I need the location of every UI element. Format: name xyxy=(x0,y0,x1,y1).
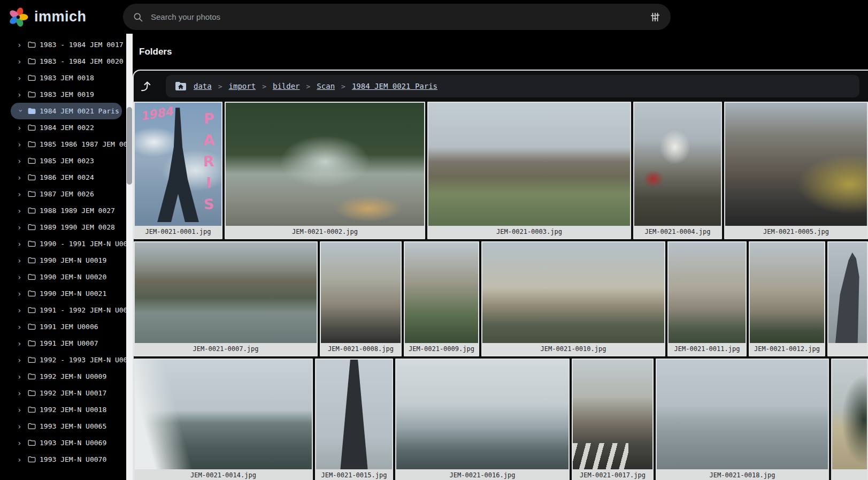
photo-thumbnail xyxy=(316,360,392,469)
photo-tile-jem-0021-0003[interactable]: JEM-0021-0003.jpg xyxy=(427,102,631,239)
tree-expand-chevron-icon[interactable]: › xyxy=(17,307,24,314)
photo-tile-jem-0021-0015[interactable]: JEM-0021-0015.jpg xyxy=(315,359,393,480)
sidebar-item-1990-1991-jem-n-u00[interactable]: › 1990 - 1991 JEM-N U00 xyxy=(0,235,126,252)
tree-expand-chevron-icon[interactable]: › xyxy=(17,340,24,347)
tree-expand-chevron-icon[interactable]: › xyxy=(17,207,24,215)
tree-expand-chevron-icon[interactable]: › xyxy=(17,108,25,115)
search-bar[interactable] xyxy=(123,4,671,30)
breadcrumb-segment-1984-jem-0021-paris[interactable]: 1984 JEM 0021 Paris xyxy=(352,82,437,90)
breadcrumb-separator: > xyxy=(341,82,345,90)
sidebar-item-1983-1984-jem-0020[interactable]: › 1983 - 1984 JEM 0020 xyxy=(0,53,126,70)
immich-logo[interactable]: immich xyxy=(0,6,119,28)
sidebar-item-1983-jem-0019[interactable]: › 1983 JEM 0019 xyxy=(0,86,126,103)
photo-tile-jem-0021-0001[interactable]: 1984PARIS JEM-0021-0001.jpg xyxy=(134,102,222,239)
tree-expand-chevron-icon[interactable]: › xyxy=(17,58,24,65)
sidebar-item-1991-jem-u0007[interactable]: › 1991 JEM U0007 xyxy=(0,335,126,352)
photo-tile-jem-0021-0017[interactable]: JEM-0021-0017.jpg xyxy=(572,359,654,480)
sidebar-item-1985-jem-0023[interactable]: › 1985 JEM 0023 xyxy=(0,153,126,169)
photo-tile-jem-0021-0008[interactable]: JEM-0021-0008.jpg xyxy=(320,241,402,356)
photo-tile-partial[interactable] xyxy=(827,241,868,356)
tree-expand-chevron-icon[interactable]: › xyxy=(17,74,24,82)
immich-app: immich › 1983 - 1984 JEM 0017 xyxy=(0,0,868,480)
sidebar-item-1991-jem-u0006[interactable]: › 1991 JEM U0006 xyxy=(0,318,126,335)
sidebar-scrollbar[interactable] xyxy=(126,34,133,480)
breadcrumb-segment-bilder[interactable]: bilder xyxy=(273,82,300,90)
tree-expand-chevron-icon[interactable]: › xyxy=(17,240,24,248)
sidebar-item-1993-jem-n-u0070[interactable]: › 1993 JEM-N U0070 xyxy=(0,451,126,468)
photo-tile-jem-0021-0011[interactable]: JEM-0021-0011.jpg xyxy=(667,241,747,356)
photo-tile-jem-0021-0012[interactable]: JEM-0021-0012.jpg xyxy=(749,241,825,356)
sidebar-item-1989-1990-jem-0028[interactable]: › 1989 1990 JEM 0028 xyxy=(0,219,126,235)
photo-tile-jem-0021-0005[interactable]: JEM-0021-0005.jpg xyxy=(724,102,868,239)
sidebar-item-1987-jem-0026[interactable]: › 1987 JEM 0026 xyxy=(0,186,126,202)
go-up-button[interactable] xyxy=(138,75,160,97)
tree-expand-chevron-icon[interactable]: › xyxy=(17,224,24,231)
photo-filename: JEM-0021-0003.jpg xyxy=(428,226,630,238)
photo-tile-jem-0021-0009[interactable]: JEM-0021-0009.jpg xyxy=(404,241,479,356)
breadcrumb-segment-scan[interactable]: Scan xyxy=(317,82,335,90)
brand-name: immich xyxy=(34,9,87,25)
tree-expand-chevron-icon[interactable]: › xyxy=(17,191,24,198)
sidebar-item-1983-jem-0018[interactable]: › 1983 JEM 0018 xyxy=(0,70,126,86)
folder-icon xyxy=(27,223,36,232)
sidebar-item-1990-jem-n-u0019[interactable]: › 1990 JEM-N U0019 xyxy=(0,252,126,269)
folder-label: 1993 JEM-N U0070 xyxy=(40,455,106,463)
sidebar-scrollbar-thumb[interactable] xyxy=(127,107,132,185)
sidebar-item-1988-1989-jem-0027[interactable]: › 1988 1989 JEM 0027 xyxy=(0,202,126,219)
photo-tile-jem-0021-0002[interactable]: JEM-0021-0002.jpg xyxy=(225,102,425,239)
sidebar-item-1992-jem-n-u0018[interactable]: › 1992 JEM-N U0018 xyxy=(0,401,126,418)
sidebar-item-1992-1993-jem-n-u00[interactable]: › 1992 - 1993 JEM-N U00 xyxy=(0,352,126,368)
tree-expand-chevron-icon[interactable]: › xyxy=(17,174,24,181)
photo-tile-jem-0021-0018[interactable]: JEM-0021-0018.jpg xyxy=(656,359,829,480)
sidebar-item-1993-jem-n-u0069[interactable]: › 1993 JEM-N U0069 xyxy=(0,435,126,451)
photo-tile-jem-0021-0016[interactable]: JEM-0021-0016.jpg xyxy=(395,359,570,480)
tree-expand-chevron-icon[interactable]: › xyxy=(17,157,24,165)
breadcrumb-segment-data[interactable]: data xyxy=(194,82,212,90)
tree-expand-chevron-icon[interactable]: › xyxy=(17,323,24,331)
tree-expand-chevron-icon[interactable]: › xyxy=(17,390,24,397)
sidebar-item-1991-1992-jem-n-u00[interactable]: › 1991 - 1992 JEM-N U00 xyxy=(0,302,126,318)
folder-label: 1992 JEM-N U0017 xyxy=(40,389,106,397)
search-filters-button[interactable] xyxy=(649,11,661,23)
tree-expand-chevron-icon[interactable]: › xyxy=(17,456,24,463)
folder-label: 1983 - 1984 JEM 0020 xyxy=(40,57,124,65)
photo-tile-jem-0021-0014[interactable]: JEM-0021-0014.jpg xyxy=(134,359,313,480)
folder-icon xyxy=(27,40,36,49)
photo-thumbnail xyxy=(321,242,401,343)
tree-expand-chevron-icon[interactable]: › xyxy=(17,406,24,414)
sidebar-item-1993-jem-n-u0065[interactable]: › 1993 JEM-N U0065 xyxy=(0,418,126,435)
tree-expand-chevron-icon[interactable]: › xyxy=(17,273,24,281)
tree-expand-chevron-icon[interactable]: › xyxy=(17,124,24,132)
photo-filename: JEM-0021-0001.jpg xyxy=(135,226,221,238)
tree-expand-chevron-icon[interactable]: › xyxy=(17,257,24,264)
folder-icon xyxy=(27,173,36,182)
photo-tile-jem-0021-0010[interactable]: JEM-0021-0010.jpg xyxy=(481,241,665,356)
search-input[interactable] xyxy=(151,12,649,21)
folder-icon xyxy=(27,438,36,447)
photo-thumbnail xyxy=(396,360,569,469)
page-title: Folders xyxy=(139,47,172,57)
sidebar-item-1985-1986-1987-jem-00[interactable]: › 1985 1986 1987 JEM 00 xyxy=(0,136,126,153)
tree-expand-chevron-icon[interactable]: › xyxy=(17,439,24,447)
tree-expand-chevron-icon[interactable]: › xyxy=(17,356,24,364)
sidebar-item-1992-jem-n-u0017[interactable]: › 1992 JEM-N U0017 xyxy=(0,385,126,401)
tree-expand-chevron-icon[interactable]: › xyxy=(17,423,24,430)
photo-tile-jem-0021-0004[interactable]: JEM-0021-0004.jpg xyxy=(633,102,722,239)
tree-expand-chevron-icon[interactable]: › xyxy=(17,91,24,98)
sidebar-item-1983-1984-jem-0017[interactable]: › 1983 - 1984 JEM 0017 xyxy=(0,36,126,53)
photo-tile-jem-0021-0007[interactable]: JEM-0021-0007.jpg xyxy=(134,241,318,356)
tree-expand-chevron-icon[interactable]: › xyxy=(17,141,24,148)
sidebar-item-1984-jem-0022[interactable]: › 1984 JEM 0022 xyxy=(0,119,126,136)
tree-expand-chevron-icon[interactable]: › xyxy=(17,41,24,49)
sidebar-item-1990-jem-n-u0020[interactable]: › 1990 JEM-N U0020 xyxy=(0,269,126,285)
sidebar-item-1984-jem-0021-paris[interactable]: › 1984 JEM 0021 Paris xyxy=(11,103,122,119)
sidebar-item-1986-jem-0024[interactable]: › 1986 JEM 0024 xyxy=(0,169,126,186)
photo-tile-partial[interactable] xyxy=(831,359,868,480)
breadcrumb-segment-import[interactable]: import xyxy=(229,82,256,90)
tree-expand-chevron-icon[interactable]: › xyxy=(17,373,24,380)
tree-expand-chevron-icon[interactable]: › xyxy=(17,290,24,298)
home-folder-icon[interactable] xyxy=(174,80,187,93)
sidebar-item-1992-jem-n-u0009[interactable]: › 1992 JEM-N U0009 xyxy=(0,368,126,385)
folder-icon xyxy=(27,140,36,149)
sidebar-item-1990-jem-n-u0021[interactable]: › 1990 JEM-N U0021 xyxy=(0,285,126,302)
